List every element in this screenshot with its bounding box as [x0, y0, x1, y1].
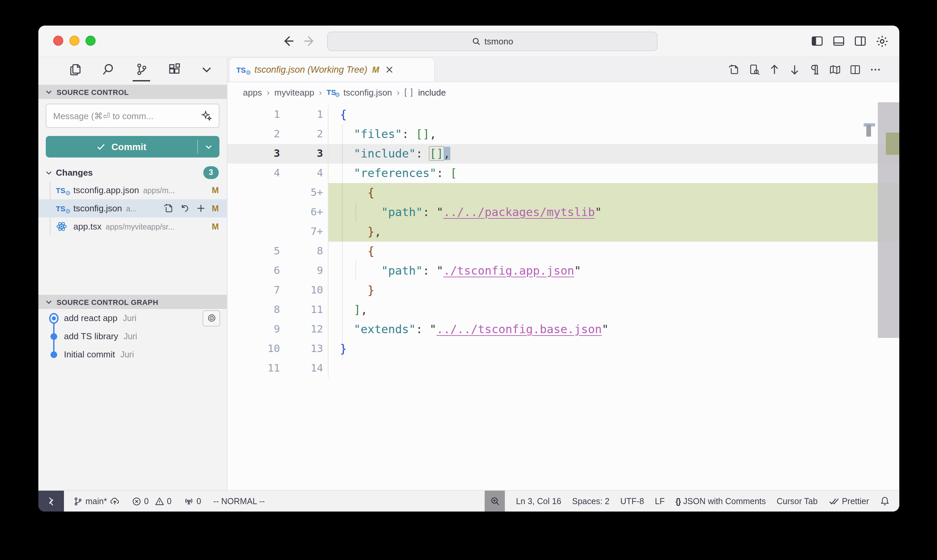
- source-control-section-header[interactable]: SOURCE CONTROL: [38, 85, 227, 99]
- command-center-search[interactable]: tsmono: [327, 32, 658, 51]
- eol-indicator[interactable]: LF: [655, 496, 665, 506]
- commit-button-label: Commit: [111, 142, 146, 152]
- cursor-position-indicator[interactable]: Ln 3, Col 16: [516, 496, 562, 506]
- next-change-arrow-down-icon[interactable]: [789, 64, 800, 75]
- open-changes-icon[interactable]: [728, 64, 740, 75]
- notifications-bell[interactable]: [880, 496, 890, 506]
- code-line-10[interactable]: 710 }: [228, 281, 899, 300]
- language-mode-indicator[interactable]: {} JSON with Comments: [675, 496, 766, 506]
- tab-tsconfig-working-tree[interactable]: TS⚙ tsconfig.json (Working Tree) M: [229, 57, 435, 82]
- back-arrow-icon[interactable]: [282, 35, 294, 47]
- formatter-text: Prettier: [842, 496, 869, 506]
- remote-indicator[interactable]: [38, 491, 64, 512]
- change-row-app.tsx[interactable]: app.tsxapps/myviteapp/sr...M: [38, 217, 227, 235]
- code-line-1[interactable]: 11{: [228, 105, 899, 125]
- code-text: "path": "../../packages/mytslib": [328, 203, 899, 222]
- commit-row-add-react-app[interactable]: add react appJuri: [38, 309, 227, 327]
- ports-indicator[interactable]: 0: [184, 496, 201, 506]
- change-row-tsconfig.app.json[interactable]: TS⚙tsconfig.app.jsonapps/m...M: [38, 181, 227, 199]
- more-actions-ellipsis-icon[interactable]: [870, 64, 881, 75]
- split-editor-icon[interactable]: [849, 64, 861, 75]
- code-text: "include": [],: [328, 144, 899, 163]
- code-line-11[interactable]: 811 ],: [228, 300, 899, 320]
- toggle-secondary-sidebar-icon[interactable]: [854, 35, 866, 47]
- close-window-button[interactable]: [53, 36, 63, 46]
- modified-line-number: 9: [280, 261, 323, 281]
- toggle-primary-sidebar-icon[interactable]: [811, 35, 823, 47]
- commit-author: Juri: [123, 331, 137, 341]
- modified-line-number: 1: [280, 105, 323, 125]
- breadcrumb-myviteapp[interactable]: myviteapp: [274, 87, 314, 97]
- error-count: 0: [144, 496, 149, 506]
- render-whitespace-pilcrow-icon[interactable]: [809, 64, 820, 75]
- search-icon: [472, 37, 480, 46]
- code-line-8[interactable]: 58 {: [228, 242, 899, 261]
- code-line-12[interactable]: 912 "extends": "../../tsconfig.base.json…: [228, 320, 899, 339]
- code-line-5[interactable]: 5+ {: [228, 183, 899, 203]
- minimize-window-button[interactable]: [69, 36, 79, 46]
- breadcrumb: apps › myviteapp › TS⚙ tsconfig.json › […: [228, 82, 899, 102]
- source-control-view-icon[interactable]: [132, 57, 150, 82]
- changes-label: Changes: [56, 167, 93, 177]
- commit-row-Initial-commit[interactable]: Initial commitJuri: [38, 345, 227, 363]
- forward-arrow-icon[interactable]: [303, 35, 316, 47]
- language-text: JSON with Comments: [683, 496, 766, 506]
- breadcrumb-tsconfig[interactable]: tsconfig.json: [343, 87, 392, 97]
- file-path: apps/m...: [143, 186, 208, 194]
- ts-file-icon: TS⚙: [236, 66, 250, 74]
- code-line-13[interactable]: 1013}: [228, 339, 899, 359]
- settings-gear-icon[interactable]: [876, 35, 889, 48]
- generate-commit-message-sparkle-icon[interactable]: [201, 111, 212, 121]
- toggle-panel-icon[interactable]: [833, 35, 845, 47]
- commit-message-input[interactable]: Message (⌘⏎ to comm...: [46, 104, 220, 128]
- breadcrumb-include[interactable]: include: [418, 87, 446, 97]
- encoding-indicator[interactable]: UTF-8: [620, 496, 644, 506]
- changes-section-header[interactable]: Changes 3: [38, 163, 227, 181]
- code-text: "files": [],: [328, 125, 899, 144]
- source-control-graph-section-header[interactable]: SOURCE CONTROL GRAPH: [38, 295, 227, 309]
- modified-badge: M: [212, 204, 219, 213]
- maximize-window-button[interactable]: [86, 36, 95, 46]
- code-line-3[interactable]: 33 "include": [],: [228, 144, 899, 163]
- code-line-9[interactable]: 69 "path": "./tsconfig.app.json": [228, 261, 899, 281]
- change-row-tsconfig.json[interactable]: TS⚙tsconfig.jsona...M: [38, 199, 227, 217]
- commit-button[interactable]: Commit: [46, 136, 220, 157]
- extensions-view-icon[interactable]: [166, 57, 183, 82]
- breadcrumb-apps[interactable]: apps: [243, 87, 262, 97]
- code-line-7[interactable]: 7+ },: [228, 222, 899, 242]
- checkout-target-icon[interactable]: [203, 310, 220, 326]
- map-outline-icon[interactable]: [829, 64, 841, 75]
- diff-review-icon[interactable]: [749, 64, 760, 75]
- original-line-number: 4: [228, 163, 280, 183]
- stage-changes-icon[interactable]: [195, 203, 206, 213]
- overview-ruler-added-marker: [886, 132, 899, 155]
- formatter-indicator[interactable]: Prettier: [828, 496, 869, 506]
- close-tab-icon[interactable]: [385, 65, 394, 74]
- explorer-icon[interactable]: [67, 57, 84, 82]
- indentation-indicator[interactable]: Spaces: 2: [572, 496, 609, 506]
- previous-change-arrow-up-icon[interactable]: [769, 64, 780, 75]
- code-line-2[interactable]: 22 "files": [],: [228, 125, 899, 144]
- code-area[interactable]: 11{22 "files": [],33 "include": [],44 "r…: [228, 102, 899, 490]
- more-views-chevron-icon[interactable]: [198, 57, 215, 82]
- zoom-indicator[interactable]: [485, 491, 505, 512]
- code-line-6[interactable]: 6+ "path": "../../packages/mytslib": [228, 203, 899, 222]
- code-line-4[interactable]: 44 "references": [: [228, 163, 899, 183]
- commit-dropdown-button[interactable]: [198, 143, 220, 151]
- open-file-icon[interactable]: [163, 203, 173, 213]
- code-text: {: [328, 183, 899, 203]
- modified-badge: M: [372, 65, 379, 74]
- discard-changes-icon[interactable]: [179, 203, 189, 213]
- branch-indicator[interactable]: main*: [73, 496, 120, 506]
- editor-actions: [728, 57, 899, 82]
- search-view-icon[interactable]: [100, 57, 117, 82]
- breadcrumb-separator: ›: [397, 87, 400, 97]
- code-line-14[interactable]: 1114: [228, 359, 899, 378]
- vim-mode-indicator[interactable]: -- NORMAL --: [213, 496, 265, 506]
- modified-line-number: 5+: [280, 183, 323, 203]
- cursor-tab-indicator[interactable]: Cursor Tab: [777, 496, 818, 506]
- warning-icon: [155, 496, 164, 506]
- commit-row-add-TS-library[interactable]: add TS libraryJuri: [38, 327, 227, 345]
- status-right: Ln 3, Col 16 Spaces: 2 UTF-8 LF {} JSON …: [485, 491, 899, 512]
- problems-indicator[interactable]: 0 0: [132, 496, 172, 506]
